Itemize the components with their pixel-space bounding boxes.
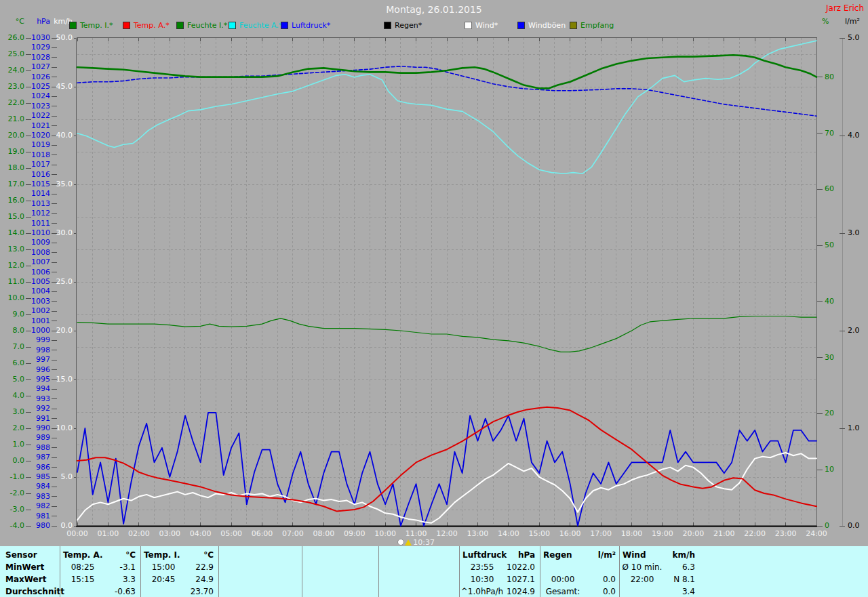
axis-label-pressure-hpa: 988 [20,444,50,452]
summary-cell-value: 1022.0 [459,562,535,573]
axis-label-pressure-hpa: 1004 [20,287,50,295]
axis-label-rain-lm2: 4.0 [848,131,868,140]
summary-cell-value: N 8.1 [619,574,695,585]
axis-label-pressure-hpa: 1028 [20,54,50,62]
summary-cell-value: 3.4 [619,586,695,597]
summary-col-unit: l/m² [540,550,616,560]
axis-label-pressure-hpa: 998 [20,346,50,354]
axis-label-pressure-hpa: 1009 [20,239,50,247]
axis-label-pressure-hpa: 1011 [20,220,50,228]
axis-label-pressure-hpa: 1023 [20,102,50,110]
summary-cell-value: 22.9 [140,562,214,573]
summary-row-label: MaxWert [5,574,58,585]
axis-label-pressure-hpa: 1002 [20,307,50,315]
axis-label-pressure-hpa: 1019 [20,141,50,149]
axis-label-pressure-hpa: 1016 [20,171,50,179]
axis-label-rain-lm2: 3.0 [848,229,868,237]
axis-label-pressure-hpa: 1003 [20,297,50,306]
x-tick-label: 08:00 [309,529,338,538]
summary-col-unit: °C [140,550,214,560]
axis-label-pressure-hpa: 981 [20,512,50,520]
x-tick-label: 10:00 [370,529,400,538]
x-tick-label: 24:00 [802,529,831,538]
summary-row-label: Durchschnitt [5,586,58,597]
axis-label-rain-lm2: 2.0 [848,327,868,335]
axis-label-rain-lm2: 1.0 [848,424,868,432]
axis-label-pressure-hpa: 997 [20,356,50,364]
x-tick-label: 01:00 [93,529,123,538]
x-tick-label: 11:00 [401,529,431,538]
summary-cell-value: 1027.1 [459,574,535,585]
axis-label-pressure-hpa: 994 [20,385,50,393]
axis-label-pressure-hpa: 1007 [20,258,50,266]
axis-label-pressure-hpa: 1029 [20,43,50,52]
x-tick-label: 21:00 [709,529,739,538]
axis-label-humidity-pct: 20 [825,409,854,417]
axis-label-humidity-pct: 50 [825,241,854,249]
axis-label-pressure-hpa: 991 [20,415,50,423]
axis-label-humidity-pct: 10 [825,466,854,474]
axis-label-wind-kmh: 10.0 [43,424,73,432]
axis-label-pressure-hpa: 986 [20,464,50,472]
axis-label-pressure-hpa: 1012 [20,209,50,218]
x-tick-label: 15:00 [524,529,554,538]
axis-label-pressure-hpa: 1006 [20,268,50,276]
x-tick-label: 17:00 [586,529,616,538]
column-separator [378,546,379,597]
axis-label-wind-kmh: 40.0 [43,131,73,140]
summary-cell-value: 0.0 [540,574,616,585]
axis-label-pressure-hpa: 1024 [20,92,50,100]
summary-cell-value: -3.1 [60,562,136,573]
axis-label-pressure-hpa: 1017 [20,161,50,169]
weather-app-window: Montag, 26.01.2015 Jarz Erich °ChPakm/h%… [0,0,868,597]
axis-label-rain-lm2: 0.0 [848,522,868,530]
x-tick-label: 14:00 [494,529,524,538]
column-separator [218,546,219,597]
axis-label-rain-lm2: 5.0 [848,34,868,42]
axis-label-pressure-hpa: 1013 [20,200,50,208]
axis-label-pressure-hpa: 982 [20,502,50,510]
x-tick-label: 13:00 [462,529,492,538]
x-tick-label: 06:00 [248,529,277,538]
axis-label-pressure-hpa: 1022 [20,112,50,120]
axis-label-pressure-hpa: 1001 [20,317,50,325]
time-marker-label: 10:37 [413,538,435,547]
x-tick-label: 04:00 [186,529,216,538]
axis-label-wind-kmh: 30.0 [43,229,73,237]
time-marker: 10:37 [397,538,435,546]
summary-cell-value: 1024.9 [459,586,535,597]
axis-label-wind-kmh: 25.0 [43,278,73,286]
summary-row-label: Sensor [5,550,58,560]
sun-icon [397,539,404,545]
axis-label-wind-kmh: 35.0 [43,180,73,188]
axis-label-wind-kmh: 50.0 [43,34,73,42]
axis-label-wind-kmh: 15.0 [43,375,73,384]
axis-label-wind-kmh: 5.0 [43,473,73,481]
column-separator [302,546,302,597]
axis-label-humidity-pct: 30 [825,354,854,362]
summary-cell-value: 3.3 [60,574,136,585]
summary-cell-value: 24.9 [140,574,214,585]
axis-label-pressure-hpa: 989 [20,434,50,442]
summary-col-unit: km/h [619,550,695,560]
axis-label-wind-kmh: 20.0 [43,327,73,335]
x-tick-label: 07:00 [278,529,308,538]
x-tick-label: 02:00 [124,529,154,538]
summary-cell-value: -0.63 [60,586,136,597]
x-tick-label: 00:00 [62,529,92,538]
series-temp-a [77,407,816,512]
axis-label-pressure-hpa: 987 [20,453,50,461]
axis-label-humidity-pct: 40 [825,297,854,306]
x-tick-label: 09:00 [340,529,370,538]
chart-plot[interactable] [0,0,868,597]
x-tick-label: 12:00 [432,529,462,538]
axis-label-pressure-hpa: 984 [20,482,50,491]
axis-label-pressure-hpa: 993 [20,395,50,403]
x-tick-label: 20:00 [678,529,708,538]
summary-row-label: MinWert [5,562,58,573]
axis-label-wind-kmh: 45.0 [43,83,73,91]
axis-label-pressure-hpa: 1027 [20,63,50,71]
axis-label-pressure-hpa: 1008 [20,249,50,257]
axis-label-pressure-hpa: 992 [20,405,50,413]
summary-col-unit: hPa [459,550,535,560]
